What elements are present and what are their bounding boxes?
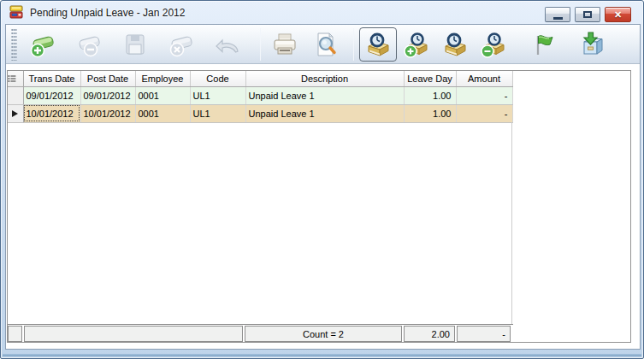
column-selector-header[interactable]: [8, 71, 23, 86]
view-leave-button[interactable]: [436, 27, 474, 62]
print-icon: [269, 29, 300, 60]
save-record-button: [116, 27, 154, 62]
undo-button: [209, 27, 246, 62]
window-title: Pending Unpaid Leave - Jan 2012: [30, 7, 185, 19]
current-row-arrow-icon: [12, 110, 18, 117]
data-grid: Trans Date Post Date Employee Code Descr…: [7, 70, 631, 343]
delete-record-button: [70, 27, 108, 62]
column-header-employee[interactable]: Employee: [135, 71, 190, 86]
footer-amount-total: -: [457, 326, 511, 342]
close-button[interactable]: ✕: [605, 7, 631, 22]
column-header-post-date[interactable]: Post Date: [80, 71, 135, 86]
cancel-record-button: [162, 27, 200, 62]
add-leave-icon: [401, 29, 432, 60]
toolbar-grip[interactable]: [11, 28, 17, 61]
row-indicator-cell[interactable]: [8, 104, 23, 122]
add-leave-button[interactable]: [398, 27, 435, 62]
add-record-icon: [27, 29, 58, 60]
column-header-amount[interactable]: Amount: [456, 71, 512, 86]
cell-leave-day[interactable]: 1.00: [404, 86, 456, 104]
maximize-button[interactable]: [575, 7, 600, 22]
column-selector-icon: [8, 74, 16, 83]
cell-employee[interactable]: 0001: [135, 104, 190, 122]
column-header-leave-day[interactable]: Leave Day: [404, 71, 456, 86]
pending-leave-icon: [363, 29, 393, 60]
undo-icon: [212, 29, 243, 60]
save-icon: [120, 29, 151, 60]
cell-amount[interactable]: -: [456, 104, 512, 122]
cell-description[interactable]: Unpaid Leave 1: [245, 86, 404, 104]
add-record-button[interactable]: [24, 27, 62, 62]
table-row[interactable]: 09/01/2012 09/01/2012 0001 UL1 Unpaid Le…: [8, 86, 512, 104]
column-header-description[interactable]: Description: [245, 71, 404, 86]
cell-code[interactable]: UL1: [190, 86, 245, 104]
toolbar: [6, 25, 640, 64]
post-button[interactable]: [573, 27, 611, 62]
footer-empty-cell: [24, 326, 243, 342]
print-button[interactable]: [266, 27, 304, 62]
cell-post-date[interactable]: 09/01/2012: [80, 86, 135, 104]
post-icon: [576, 29, 607, 60]
flag-icon: [527, 29, 558, 60]
cell-description[interactable]: Unpaid Leave 1: [245, 104, 404, 122]
row-indicator-cell[interactable]: [8, 86, 23, 104]
toolbar-separator: [260, 28, 261, 61]
close-icon: ✕: [614, 10, 622, 20]
grid-footer: Count = 2 2.00 -: [8, 324, 513, 342]
footer-indicator-cell: [8, 326, 22, 342]
cell-amount[interactable]: -: [456, 86, 512, 104]
header-row: Trans Date Post Date Employee Code Descr…: [8, 71, 512, 86]
preview-icon: [310, 29, 341, 60]
cell-trans-date[interactable]: 10/01/2012: [23, 104, 80, 122]
grid-right-edge: [511, 122, 512, 324]
column-header-code[interactable]: Code: [190, 71, 245, 86]
client-area: Trans Date Post Date Employee Code Descr…: [5, 24, 641, 350]
cell-post-date[interactable]: 10/01/2012: [80, 104, 135, 122]
app-icon: [9, 5, 24, 20]
flag-button[interactable]: [523, 27, 561, 62]
pending-leave-button[interactable]: [359, 27, 397, 62]
delete-record-icon: [74, 29, 104, 60]
minimize-icon: [553, 17, 563, 20]
cell-code[interactable]: UL1: [190, 104, 245, 122]
cell-trans-date[interactable]: 09/01/2012: [23, 86, 80, 104]
minimize-button[interactable]: [545, 7, 570, 22]
cell-leave-day[interactable]: 1.00: [404, 104, 456, 122]
remove-leave-icon: [478, 29, 509, 60]
toolbar-separator: [353, 28, 354, 61]
table-row-current[interactable]: 10/01/2012 10/01/2012 0001 UL1 Unpaid Le…: [8, 104, 512, 122]
app-window: Pending Unpaid Leave - Jan 2012 ✕: [0, 0, 644, 359]
maximize-icon: [583, 11, 592, 18]
workspace: Trans Date Post Date Employee Code Descr…: [6, 64, 640, 349]
footer-leave-day-total: 2.00: [404, 326, 455, 342]
cell-employee[interactable]: 0001: [135, 86, 190, 104]
cancel-icon: [166, 29, 197, 60]
window-controls: ✕: [545, 7, 631, 22]
footer-count-cell: Count = 2: [245, 326, 402, 342]
grid-table: Trans Date Post Date Employee Code Descr…: [8, 71, 513, 123]
remove-leave-button[interactable]: [475, 27, 512, 62]
view-leave-icon: [440, 29, 470, 60]
preview-button[interactable]: [307, 27, 345, 62]
column-header-trans-date[interactable]: Trans Date: [23, 71, 80, 86]
